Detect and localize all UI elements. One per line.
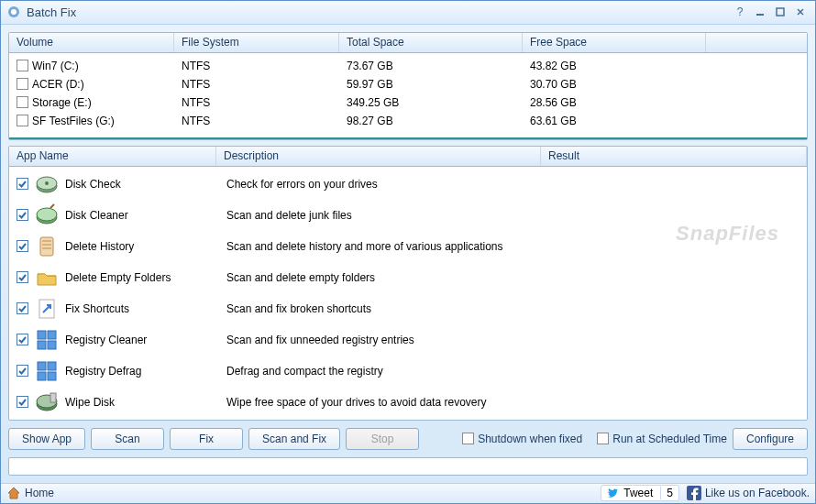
app-name: Disk Cleaner [65, 209, 226, 222]
volumes-header-total[interactable]: Total Space [339, 33, 523, 52]
app-checkbox[interactable] [17, 302, 28, 314]
svg-rect-16 [48, 362, 56, 370]
delete-empty-folders-icon [34, 265, 60, 290]
shutdown-checkbox[interactable]: Shutdown when fixed [462, 433, 582, 445]
stop-button: Stop [346, 428, 419, 450]
apps-header-row: App Name Description Result [9, 147, 807, 167]
app-row[interactable]: Delete History Scan and delete history a… [9, 231, 807, 262]
app-name: Fix Shortcuts [65, 302, 226, 315]
app-row[interactable]: Fix Shortcuts Scan and fix broken shortc… [9, 293, 807, 324]
registry-cleaner-icon [34, 327, 60, 353]
scheduled-checkbox[interactable]: Run at Scheduled Time [597, 433, 727, 445]
maximize-button[interactable] [771, 5, 789, 19]
app-checkbox[interactable] [17, 271, 28, 283]
app-row[interactable]: Registry Defrag Defrag and compact the r… [9, 356, 807, 387]
app-window: Batch Fix ? Volume File System Total Spa… [0, 0, 816, 504]
volume-name: Storage (E:) [32, 96, 92, 109]
volume-fs: NTFS [174, 60, 339, 72]
apps-panel: App Name Description Result SnapFiles Di… [8, 146, 808, 421]
volumes-body: Win7 (C:) NTFS 73.67 GB 43.82 GB ACER (D… [9, 53, 807, 139]
statusbar: Home Tweet 5 Like us on Facebook. [1, 483, 815, 503]
app-icon [6, 5, 21, 19]
app-checkbox[interactable] [17, 240, 28, 252]
apps-body: SnapFiles Disk Check Check for errors on… [9, 167, 807, 420]
volume-checkbox[interactable] [17, 115, 28, 126]
shutdown-label: Shutdown when fixed [478, 433, 582, 445]
apps-header-result[interactable]: Result [541, 147, 807, 166]
progress-bar [8, 457, 808, 476]
volume-free: 63.61 GB [523, 115, 706, 127]
delete-history-icon [34, 234, 60, 259]
close-button[interactable] [791, 5, 810, 19]
volume-checkbox[interactable] [17, 78, 28, 90]
volumes-panel: Volume File System Total Space Free Spac… [8, 32, 808, 140]
svg-rect-11 [38, 331, 46, 339]
app-row[interactable]: Delete Empty Folders Scan and delete emp… [9, 262, 807, 293]
app-checkbox[interactable] [17, 209, 28, 221]
volume-fs: NTFS [174, 96, 339, 109]
volume-row[interactable]: Win7 (C:) NTFS 73.67 GB 43.82 GB [9, 57, 807, 75]
volume-total: 73.67 GB [339, 60, 523, 72]
app-name: Wipe Disk [65, 396, 226, 409]
home-icon [6, 486, 21, 500]
volume-free: 30.70 GB [523, 78, 706, 91]
app-desc: Check for errors on your drives [226, 178, 807, 191]
app-checkbox[interactable] [17, 365, 28, 377]
app-name: Registry Defrag [65, 365, 226, 378]
volume-total: 98.27 GB [339, 115, 523, 127]
volume-free: 28.56 GB [523, 96, 706, 109]
volume-row[interactable]: ACER (D:) NTFS 59.97 GB 30.70 GB [9, 75, 807, 93]
volumes-header-volume[interactable]: Volume [9, 33, 174, 52]
volumes-header-free[interactable]: Free Space [523, 33, 706, 52]
volume-checkbox[interactable] [17, 96, 28, 108]
app-row[interactable]: Disk Check Check for errors on your driv… [9, 169, 807, 200]
registry-defrag-icon [34, 358, 60, 384]
volumes-header-row: Volume File System Total Space Free Spac… [9, 33, 807, 53]
app-desc: Scan and delete empty folders [226, 271, 807, 284]
checkbox-icon [597, 433, 609, 444]
app-checkbox[interactable] [17, 396, 28, 408]
svg-rect-2 [756, 14, 764, 16]
twitter-icon [607, 487, 620, 499]
home-link[interactable]: Home [6, 486, 54, 500]
svg-point-1 [11, 9, 17, 15]
minimize-button[interactable] [751, 5, 769, 19]
fix-button[interactable]: Fix [170, 428, 243, 450]
show-app-button[interactable]: Show App [8, 428, 85, 450]
scan-button[interactable]: Scan [91, 428, 164, 450]
app-row[interactable]: Disk Cleaner Scan and delete junk files [9, 200, 807, 231]
facebook-link[interactable]: Like us on Facebook. [687, 486, 810, 500]
app-desc: Scan and delete junk files [226, 209, 807, 222]
svg-rect-13 [38, 341, 46, 349]
svg-rect-14 [48, 341, 56, 349]
scan-and-fix-button[interactable]: Scan and Fix [248, 428, 340, 450]
wipe-disk-icon [34, 389, 60, 415]
svg-rect-15 [38, 362, 46, 370]
fix-shortcuts-icon [34, 296, 60, 322]
app-row[interactable]: Registry Cleaner Scan and fix unneeded r… [9, 324, 807, 356]
app-checkbox[interactable] [17, 178, 28, 190]
svg-rect-3 [777, 8, 784, 16]
volume-row[interactable]: Storage (E:) NTFS 349.25 GB 28.56 GB [9, 93, 807, 112]
facebook-icon [687, 486, 701, 500]
volume-name: SF TestFiles (G:) [32, 115, 115, 127]
volumes-header-fs[interactable]: File System [174, 33, 339, 52]
app-desc: Defrag and compact the registry [226, 365, 807, 378]
volume-checkbox[interactable] [17, 60, 28, 71]
tweet-button[interactable]: Tweet 5 [601, 485, 679, 501]
app-checkbox[interactable] [17, 334, 28, 345]
tweet-label: Tweet [623, 487, 653, 499]
button-row: Show App Scan Fix Scan and Fix Stop Shut… [8, 426, 808, 452]
apps-header-desc[interactable]: Description [216, 147, 541, 166]
app-desc: Scan and fix unneeded registry entries [226, 334, 807, 346]
svg-rect-9 [40, 237, 53, 256]
configure-button[interactable]: Configure [733, 428, 808, 450]
volume-row[interactable]: SF TestFiles (G:) NTFS 98.27 GB 63.61 GB [9, 112, 807, 130]
help-button[interactable]: ? [731, 5, 749, 19]
svg-point-6 [45, 181, 49, 185]
volume-name: Win7 (C:) [32, 60, 79, 72]
window-title: Batch Fix [27, 5, 729, 19]
svg-rect-21 [50, 393, 56, 402]
app-row[interactable]: Wipe Disk Wipe free space of your drives… [9, 387, 807, 418]
apps-header-name[interactable]: App Name [9, 147, 216, 166]
